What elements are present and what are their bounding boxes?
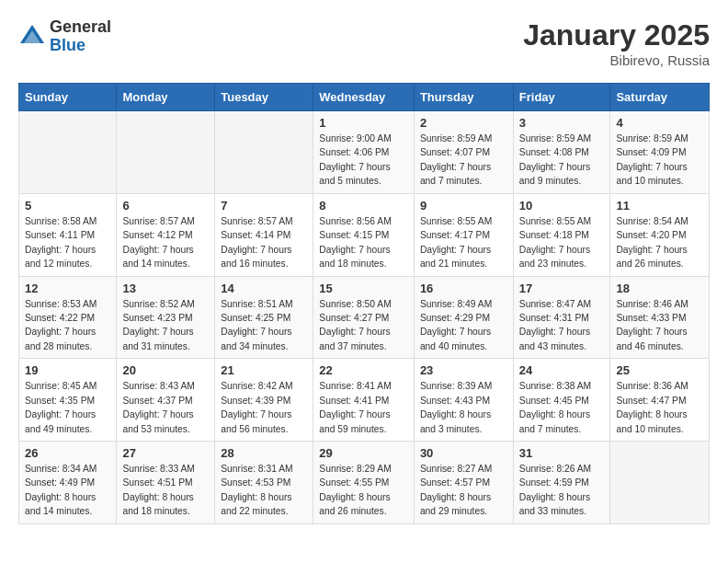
daylight-text: Daylight: 7 hours and 7 minutes. bbox=[420, 162, 491, 186]
daylight-text: Daylight: 7 hours and 5 minutes. bbox=[319, 162, 390, 186]
weekday-header: Saturday bbox=[610, 84, 710, 111]
sunset-text: Sunset: 4:43 PM bbox=[420, 396, 490, 406]
sunset-text: Sunset: 4:12 PM bbox=[122, 230, 192, 240]
day-info: Sunrise: 8:54 AM Sunset: 4:20 PM Dayligh… bbox=[616, 214, 703, 271]
day-info: Sunrise: 8:43 AM Sunset: 4:37 PM Dayligh… bbox=[122, 379, 209, 436]
sunrise-text: Sunrise: 8:55 AM bbox=[420, 216, 492, 226]
sunset-text: Sunset: 4:09 PM bbox=[616, 147, 686, 157]
calendar-week-row: 26 Sunrise: 8:34 AM Sunset: 4:49 PM Dayl… bbox=[19, 442, 710, 524]
day-number: 30 bbox=[420, 446, 507, 460]
day-info: Sunrise: 8:38 AM Sunset: 4:45 PM Dayligh… bbox=[519, 379, 605, 436]
sunset-text: Sunset: 4:35 PM bbox=[25, 396, 95, 406]
weekday-header: Tuesday bbox=[215, 84, 313, 111]
weekday-header: Friday bbox=[513, 84, 610, 111]
sunset-text: Sunset: 4:15 PM bbox=[319, 230, 389, 240]
calendar-cell bbox=[117, 111, 215, 194]
daylight-text: Daylight: 7 hours and 56 minutes. bbox=[221, 409, 291, 433]
sunset-text: Sunset: 4:23 PM bbox=[122, 313, 192, 323]
day-number: 5 bbox=[25, 199, 110, 213]
day-number: 21 bbox=[221, 363, 307, 377]
sunrise-text: Sunrise: 8:33 AM bbox=[122, 464, 194, 474]
calendar-week-row: 5 Sunrise: 8:58 AM Sunset: 4:11 PM Dayli… bbox=[19, 193, 710, 276]
day-number: 12 bbox=[25, 282, 110, 295]
calendar-cell: 14 Sunrise: 8:51 AM Sunset: 4:25 PM Dayl… bbox=[215, 276, 313, 359]
sunrise-text: Sunrise: 8:26 AM bbox=[519, 464, 591, 474]
calendar-table: SundayMondayTuesdayWednesdayThursdayFrid… bbox=[18, 83, 710, 524]
calendar-cell: 1 Sunrise: 9:00 AM Sunset: 4:06 PM Dayli… bbox=[313, 111, 415, 194]
day-number: 1 bbox=[319, 116, 408, 130]
daylight-text: Daylight: 7 hours and 16 minutes. bbox=[221, 245, 291, 269]
day-info: Sunrise: 8:34 AM Sunset: 4:49 PM Dayligh… bbox=[25, 462, 110, 519]
day-number: 27 bbox=[122, 446, 209, 460]
daylight-text: Daylight: 7 hours and 18 minutes. bbox=[319, 245, 390, 269]
calendar-cell: 20 Sunrise: 8:43 AM Sunset: 4:37 PM Dayl… bbox=[117, 359, 215, 442]
sunset-text: Sunset: 4:33 PM bbox=[616, 313, 686, 323]
calendar-cell: 30 Sunrise: 8:27 AM Sunset: 4:57 PM Dayl… bbox=[414, 442, 513, 524]
daylight-text: Daylight: 8 hours and 14 minutes. bbox=[25, 492, 96, 516]
daylight-text: Daylight: 7 hours and 28 minutes. bbox=[25, 327, 96, 350]
day-info: Sunrise: 8:31 AM Sunset: 4:53 PM Dayligh… bbox=[221, 462, 307, 519]
day-number: 7 bbox=[221, 199, 307, 213]
day-info: Sunrise: 8:45 AM Sunset: 4:35 PM Dayligh… bbox=[25, 379, 110, 436]
sunset-text: Sunset: 4:41 PM bbox=[319, 396, 389, 406]
sunset-text: Sunset: 4:39 PM bbox=[221, 396, 290, 406]
sunrise-text: Sunrise: 8:34 AM bbox=[25, 464, 97, 474]
sunrise-text: Sunrise: 8:52 AM bbox=[122, 299, 194, 309]
calendar-cell: 6 Sunrise: 8:57 AM Sunset: 4:12 PM Dayli… bbox=[117, 193, 215, 276]
calendar-cell: 17 Sunrise: 8:47 AM Sunset: 4:31 PM Dayl… bbox=[513, 276, 610, 359]
sunset-text: Sunset: 4:07 PM bbox=[420, 147, 490, 157]
sunrise-text: Sunrise: 8:59 AM bbox=[519, 133, 591, 144]
day-info: Sunrise: 8:53 AM Sunset: 4:22 PM Dayligh… bbox=[25, 297, 110, 354]
day-number: 26 bbox=[25, 446, 110, 460]
title-section: January 2025 Bibirevo, Russia bbox=[523, 18, 710, 68]
sunset-text: Sunset: 4:18 PM bbox=[519, 230, 589, 240]
sunrise-text: Sunrise: 8:43 AM bbox=[122, 381, 194, 391]
sunset-text: Sunset: 4:53 PM bbox=[221, 477, 290, 488]
day-info: Sunrise: 8:33 AM Sunset: 4:51 PM Dayligh… bbox=[122, 462, 209, 519]
daylight-text: Daylight: 7 hours and 31 minutes. bbox=[122, 327, 193, 350]
day-number: 6 bbox=[122, 199, 209, 213]
sunset-text: Sunset: 4:20 PM bbox=[616, 230, 686, 240]
day-info: Sunrise: 8:42 AM Sunset: 4:39 PM Dayligh… bbox=[221, 379, 307, 436]
day-info: Sunrise: 8:57 AM Sunset: 4:12 PM Dayligh… bbox=[122, 214, 209, 271]
logo-blue: Blue bbox=[50, 37, 111, 55]
sunrise-text: Sunrise: 8:56 AM bbox=[319, 216, 391, 226]
sunrise-text: Sunrise: 8:49 AM bbox=[420, 299, 492, 309]
sunset-text: Sunset: 4:08 PM bbox=[519, 147, 589, 157]
calendar-cell: 25 Sunrise: 8:36 AM Sunset: 4:47 PM Dayl… bbox=[610, 359, 710, 442]
sunset-text: Sunset: 4:14 PM bbox=[221, 230, 290, 240]
sunrise-text: Sunrise: 8:57 AM bbox=[122, 216, 194, 226]
day-number: 18 bbox=[616, 282, 703, 295]
calendar-cell: 5 Sunrise: 8:58 AM Sunset: 4:11 PM Dayli… bbox=[19, 193, 117, 276]
daylight-text: Daylight: 8 hours and 26 minutes. bbox=[319, 492, 390, 516]
weekday-header: Thursday bbox=[414, 84, 513, 111]
day-info: Sunrise: 8:51 AM Sunset: 4:25 PM Dayligh… bbox=[221, 297, 307, 354]
day-info: Sunrise: 8:49 AM Sunset: 4:29 PM Dayligh… bbox=[420, 297, 507, 354]
sunrise-text: Sunrise: 8:36 AM bbox=[616, 381, 688, 391]
daylight-text: Daylight: 7 hours and 37 minutes. bbox=[319, 327, 390, 350]
sunrise-text: Sunrise: 8:58 AM bbox=[25, 216, 97, 226]
sunset-text: Sunset: 4:22 PM bbox=[25, 313, 95, 323]
sunset-text: Sunset: 4:59 PM bbox=[519, 477, 589, 488]
daylight-text: Daylight: 7 hours and 26 minutes. bbox=[616, 245, 687, 269]
sunrise-text: Sunrise: 8:59 AM bbox=[616, 133, 688, 144]
weekday-header: Sunday bbox=[19, 84, 117, 111]
sunset-text: Sunset: 4:57 PM bbox=[420, 477, 490, 488]
calendar-cell: 27 Sunrise: 8:33 AM Sunset: 4:51 PM Dayl… bbox=[117, 442, 215, 524]
day-info: Sunrise: 8:56 AM Sunset: 4:15 PM Dayligh… bbox=[319, 214, 408, 271]
day-info: Sunrise: 8:59 AM Sunset: 4:07 PM Dayligh… bbox=[420, 132, 507, 189]
day-number: 2 bbox=[420, 116, 507, 130]
calendar-cell: 29 Sunrise: 8:29 AM Sunset: 4:55 PM Dayl… bbox=[313, 442, 415, 524]
sunrise-text: Sunrise: 8:51 AM bbox=[221, 299, 292, 309]
daylight-text: Daylight: 7 hours and 40 minutes. bbox=[420, 327, 491, 350]
day-info: Sunrise: 8:29 AM Sunset: 4:55 PM Dayligh… bbox=[319, 462, 408, 519]
logo-icon bbox=[18, 23, 46, 51]
sunset-text: Sunset: 4:45 PM bbox=[519, 396, 589, 406]
day-info: Sunrise: 8:59 AM Sunset: 4:08 PM Dayligh… bbox=[519, 132, 605, 189]
calendar-cell: 12 Sunrise: 8:53 AM Sunset: 4:22 PM Dayl… bbox=[19, 276, 117, 359]
daylight-text: Daylight: 7 hours and 23 minutes. bbox=[519, 245, 590, 269]
day-info: Sunrise: 8:39 AM Sunset: 4:43 PM Dayligh… bbox=[420, 379, 507, 436]
sunset-text: Sunset: 4:17 PM bbox=[420, 230, 490, 240]
daylight-text: Daylight: 7 hours and 14 minutes. bbox=[122, 245, 193, 269]
calendar-cell: 3 Sunrise: 8:59 AM Sunset: 4:08 PM Dayli… bbox=[513, 111, 610, 194]
